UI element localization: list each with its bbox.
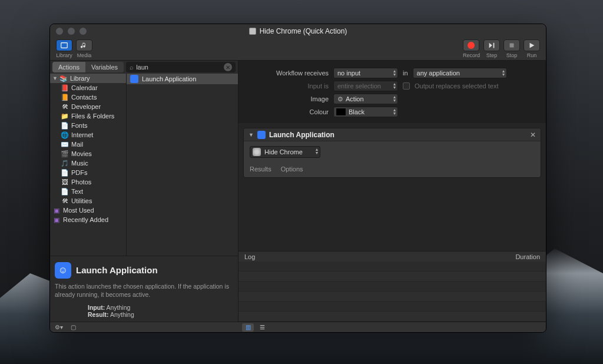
titlebar[interactable]: Hide Chrome (Quick Action) (50, 24, 546, 38)
category-calendar[interactable]: 📕Calendar (50, 83, 126, 92)
group-most-used[interactable]: ▣Most Used (50, 206, 126, 215)
colour-select[interactable]: Black▴▾ (333, 107, 398, 117)
toggle-description-button[interactable]: ▢ (68, 323, 78, 332)
log-row (238, 262, 546, 272)
smart-folder-icon: ▣ (52, 216, 61, 224)
window-title: Hide Chrome (Quick Action) (50, 27, 546, 35)
input-is-select: entire selection▴▾ (333, 81, 398, 91)
photos-icon: 🖼 (61, 178, 69, 186)
category-pdfs[interactable]: 📄PDFs (50, 168, 126, 177)
category-mail[interactable]: ✉️Mail (50, 140, 126, 149)
category-movies[interactable]: 🎬Movies (50, 149, 126, 158)
description-input: Input: Anything (55, 304, 233, 311)
description-result: Result: Anything (55, 311, 233, 318)
text-icon: 📄 (61, 187, 69, 196)
disclosure-icon[interactable]: ▼ (52, 75, 57, 81)
globe-icon: 🌐 (61, 131, 69, 139)
search-input[interactable] (136, 64, 221, 71)
automator-window: Hide Chrome (Quick Action) Library Media… (49, 24, 546, 333)
log-rows[interactable] (238, 262, 546, 322)
calendar-icon: 📕 (61, 84, 69, 92)
colour-swatch (336, 108, 346, 116)
pdf-icon: 📄 (61, 168, 69, 177)
mail-icon: ✉️ (61, 140, 69, 148)
log-column-header: Log (244, 253, 255, 260)
category-fonts[interactable]: 📄Fonts (50, 121, 126, 130)
app-icon (253, 148, 261, 156)
workflow-canvas[interactable]: ▼ Launch Application ✕ Hide Chrome ▴▾ (238, 123, 546, 251)
action-results-list[interactable]: Launch Application (127, 74, 238, 256)
svg-rect-0 (61, 43, 68, 48)
image-select[interactable]: ⚙Action▴▾ (333, 94, 398, 104)
library-toggle-button[interactable]: Library (56, 39, 72, 58)
category-utilities[interactable]: 🛠Utilities (50, 196, 126, 206)
utilities-icon: 🛠 (61, 197, 69, 205)
finder-icon (130, 75, 138, 83)
category-files-folders[interactable]: 📁Files & Folders (50, 111, 126, 121)
disclosure-icon[interactable]: ▼ (249, 132, 254, 138)
group-recently-added[interactable]: ▣Recently Added (50, 215, 126, 224)
stop-button[interactable]: Stop (503, 39, 520, 58)
library-root[interactable]: ▼ 📚 Library (50, 74, 126, 83)
input-is-label: Input is (249, 82, 329, 90)
action-menu-button[interactable]: ⚙▾ (54, 323, 64, 332)
image-label: Image (249, 95, 329, 102)
movies-icon: 🎬 (61, 150, 69, 158)
media-icon (76, 39, 92, 51)
log-row (238, 282, 546, 292)
workflow-column: Workflow receives no input▴▾ in any appl… (238, 61, 546, 322)
application-select[interactable]: Hide Chrome ▴▾ (250, 146, 320, 158)
record-icon (463, 39, 479, 51)
description-title: Launch Application (76, 265, 158, 275)
category-text[interactable]: 📄Text (50, 187, 126, 196)
toolbar: Library Media Record Step Stop (50, 38, 546, 61)
log-row (238, 302, 546, 312)
view-workflow-button[interactable]: ▥ (242, 323, 254, 332)
run-button[interactable]: Run (524, 39, 540, 58)
search-clear-button[interactable]: ✕ (224, 63, 232, 71)
action-description-panel: ☺ Launch Application This action launche… (50, 256, 238, 322)
library-tab-segment: Actions Variables (52, 62, 124, 72)
log-row (238, 292, 546, 302)
step-icon (483, 39, 500, 51)
tab-variables[interactable]: Variables (85, 62, 124, 72)
view-log-button[interactable]: ☰ (256, 323, 268, 332)
action-results-tab[interactable]: Results (250, 166, 271, 173)
developer-icon: 🛠 (61, 102, 69, 111)
log-row (238, 312, 546, 322)
fonts-icon: 📄 (61, 121, 69, 130)
action-launch-application[interactable]: Launch Application (127, 74, 238, 84)
action-card-title: Launch Application (269, 131, 526, 139)
run-icon (524, 39, 540, 51)
category-developer[interactable]: 🛠Developer (50, 102, 126, 111)
media-toggle-button[interactable]: Media (76, 39, 92, 58)
log-row (238, 272, 546, 282)
workflow-action-card[interactable]: ▼ Launch Application ✕ Hide Chrome ▴▾ (243, 128, 541, 178)
category-photos[interactable]: 🖼Photos (50, 177, 126, 187)
record-button[interactable]: Record (463, 39, 480, 58)
footer-bar: ⚙▾ ▢ ▥ ☰ (50, 322, 546, 332)
library-tree[interactable]: ▼ 📚 Library 📕Calendar 📙Contacts 🛠Develop… (50, 74, 127, 256)
category-contacts[interactable]: 📙Contacts (50, 92, 126, 102)
search-icon: ⌕ (130, 64, 134, 71)
output-replaces-label: Output replaces selected text (415, 82, 498, 90)
workflow-settings: Workflow receives no input▴▾ in any appl… (238, 61, 546, 123)
workflow-receives-select[interactable]: no input▴▾ (333, 68, 398, 78)
output-replaces-checkbox (403, 82, 410, 90)
stop-icon (503, 39, 520, 51)
music-icon: 🎵 (61, 159, 69, 167)
in-application-select[interactable]: any application▴▾ (413, 68, 507, 78)
step-button[interactable]: Step (483, 39, 500, 58)
svg-rect-1 (510, 44, 514, 48)
remove-action-button[interactable]: ✕ (530, 131, 536, 139)
log-panel: Log Duration (238, 251, 546, 322)
library-column: Actions Variables ⌕ ✕ ▼ 📚 Library 📕Cal (50, 61, 238, 322)
duration-column-header: Duration (515, 253, 540, 260)
category-music[interactable]: 🎵Music (50, 158, 126, 168)
tab-actions[interactable]: Actions (52, 62, 85, 72)
folder-icon: 📁 (61, 112, 69, 120)
library-search: ⌕ ✕ (126, 62, 236, 72)
category-internet[interactable]: 🌐Internet (50, 130, 126, 140)
action-options-tab[interactable]: Options (281, 166, 303, 173)
description-text: This action launches the chosen applicat… (55, 282, 233, 299)
